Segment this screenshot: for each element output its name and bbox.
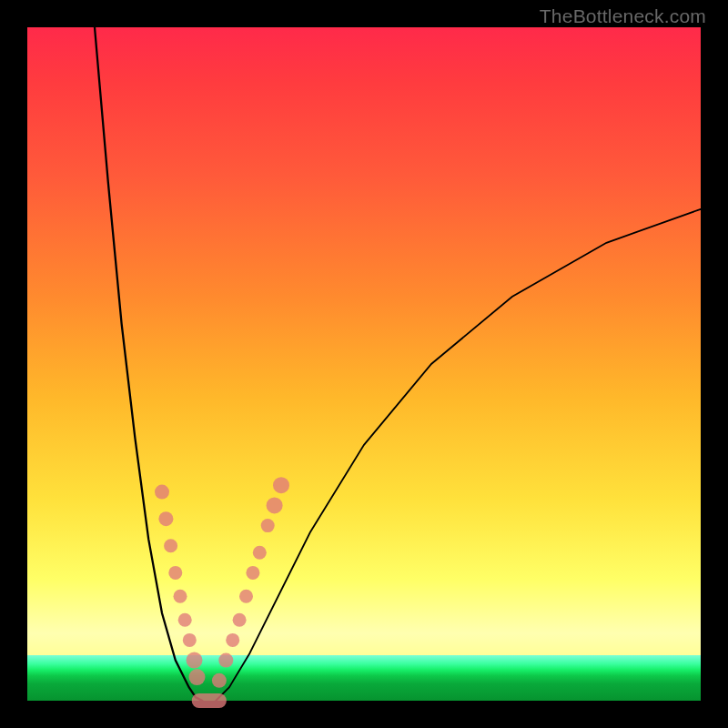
svg-point-4 (174, 590, 187, 603)
svg-point-3 (168, 566, 182, 580)
svg-point-7 (187, 652, 203, 669)
outer-frame: TheBottleneck.com (0, 0, 728, 728)
chart-svg (27, 27, 701, 701)
svg-point-2 (164, 539, 177, 552)
svg-point-12 (233, 613, 247, 627)
svg-point-9 (212, 673, 227, 688)
svg-point-14 (246, 566, 259, 580)
svg-rect-19 (192, 693, 227, 708)
svg-point-6 (183, 633, 197, 647)
svg-point-16 (261, 519, 275, 532)
svg-point-1 (158, 511, 173, 526)
svg-point-11 (226, 633, 239, 647)
left-curve (95, 27, 202, 701)
watermark-text: TheBottleneck.com (540, 5, 706, 27)
svg-point-8 (189, 669, 206, 685)
right-curve (216, 209, 701, 701)
plot-area (27, 27, 701, 701)
svg-point-13 (239, 590, 253, 603)
svg-point-17 (267, 497, 283, 513)
svg-point-10 (218, 653, 233, 668)
svg-point-18 (273, 477, 289, 493)
beads-right (212, 477, 289, 688)
svg-point-5 (178, 613, 192, 627)
beads-left (155, 485, 206, 686)
bottom-capsule (192, 693, 227, 708)
svg-point-0 (155, 485, 169, 500)
svg-point-15 (253, 546, 267, 560)
